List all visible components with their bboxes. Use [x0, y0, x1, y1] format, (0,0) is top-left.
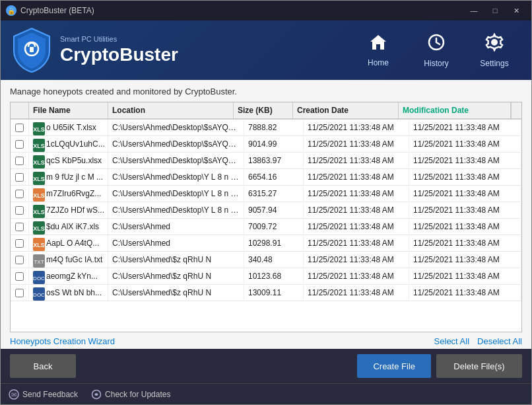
- svg-text:XLS: XLS: [33, 159, 45, 166]
- row-checkbox-cell[interactable]: [11, 286, 29, 300]
- file-type-icon: XLS: [33, 122, 44, 133]
- row-checkbox-cell[interactable]: [11, 253, 29, 267]
- row-creation-date: 11/25/2021 11:33:48 AM: [304, 170, 409, 184]
- feedback-label: Send Feedback: [22, 390, 78, 399]
- row-checkbox[interactable]: [15, 140, 24, 149]
- wizard-link[interactable]: Honeypots Creation Wizard: [10, 336, 115, 346]
- row-location: C:\Users\Ahmed\$z qRhU N: [108, 269, 244, 283]
- row-checkbox[interactable]: [15, 124, 24, 132]
- file-type-icon: DOC: [33, 271, 44, 281]
- svg-text:DOC: DOC: [33, 292, 45, 298]
- content-area: Manage honeypots created and monitored b…: [1, 80, 531, 349]
- table-row: TXT m4Q fuGc IA.txt C:\Users\Ahmed\$z qR…: [11, 252, 521, 268]
- row-checkbox-cell[interactable]: [11, 137, 29, 151]
- svg-text:XLS: XLS: [33, 242, 45, 248]
- row-size: 6654.16: [244, 170, 304, 184]
- row-checkbox[interactable]: [15, 223, 24, 231]
- row-checkbox[interactable]: [15, 256, 24, 264]
- row-checkbox[interactable]: [15, 157, 24, 165]
- nav-buttons: Home History Settings: [352, 27, 521, 73]
- row-filename: XLS 7ZJZo HDf wS...: [29, 202, 108, 218]
- row-checkbox[interactable]: [15, 173, 24, 182]
- row-checkbox[interactable]: [15, 239, 24, 248]
- app-icon: 🔒: [6, 5, 17, 16]
- home-icon: [369, 34, 387, 55]
- row-filename: DOC osS Wt bN bh...: [29, 285, 108, 301]
- row-location: C:\Users\Ahmed\$z qRhU N: [108, 285, 244, 300]
- nav-home-label: Home: [368, 58, 389, 67]
- row-location: C:\Users\Ahmed\Desktop\$sAYQRY E: [108, 137, 244, 151]
- maximize-button[interactable]: □: [485, 4, 505, 17]
- bottom-bar: ✉ Send Feedback Check for Updates: [1, 383, 531, 404]
- row-location: C:\Users\Ahmed: [108, 236, 244, 250]
- close-button[interactable]: ✕: [506, 4, 526, 17]
- row-filename: DOC aeomgZ kYn...: [29, 268, 108, 284]
- table-row: XLS 1cLQqUv1uhC... C:\Users\Ahmed\Deskto…: [11, 136, 521, 153]
- row-checkbox-cell[interactable]: [11, 154, 29, 168]
- row-checkbox[interactable]: [15, 206, 24, 215]
- row-checkbox[interactable]: [15, 190, 24, 198]
- file-type-icon: XLS: [33, 139, 44, 149]
- check-updates-link[interactable]: Check for Updates: [91, 389, 170, 400]
- minimize-button[interactable]: —: [464, 4, 484, 17]
- svg-text:XLS: XLS: [33, 126, 45, 133]
- row-checkbox[interactable]: [15, 289, 24, 297]
- svg-text:TXT: TXT: [34, 259, 44, 265]
- send-feedback-link[interactable]: ✉ Send Feedback: [9, 389, 78, 400]
- table-row: XLS m7ZIru6RvgZ... C:\Users\Ahmed\Deskto…: [11, 186, 521, 202]
- table-header: File Name Location Size (KB) Creation Da…: [11, 102, 521, 120]
- delete-files-button[interactable]: Delete File(s): [436, 354, 522, 378]
- row-checkbox-cell[interactable]: [11, 170, 29, 184]
- col-creation: Creation Date: [293, 102, 399, 118]
- row-checkbox-cell[interactable]: [11, 203, 29, 217]
- table-row: XLS 7ZJZo HDf wS... C:\Users\Ahmed\Deskt…: [11, 202, 521, 219]
- row-mod-date: 11/25/2021 11:33:48 AM: [409, 120, 521, 135]
- row-filename: XLS m 9 fUz jl c M ...: [29, 169, 108, 185]
- logo-title: CryptoBuster: [60, 44, 178, 65]
- row-checkbox[interactable]: [15, 272, 24, 281]
- row-mod-date: 11/25/2021 11:33:48 AM: [409, 153, 521, 168]
- create-file-button[interactable]: Create File: [357, 354, 431, 378]
- table-body[interactable]: XLS o U65iK T.xlsx C:\Users\Ahmed\Deskto…: [11, 120, 521, 332]
- table-row: XLS o U65iK T.xlsx C:\Users\Ahmed\Deskto…: [11, 120, 521, 136]
- file-table: File Name Location Size (KB) Creation Da…: [10, 102, 522, 332]
- table-row: XLS AapL O A4tQ... C:\Users\Ahmed 10298.…: [11, 235, 521, 252]
- select-all-link[interactable]: Select All: [434, 336, 469, 346]
- file-type-icon: XLS: [33, 221, 44, 232]
- row-creation-date: 11/25/2021 11:33:48 AM: [304, 137, 409, 151]
- settings-icon: [485, 33, 504, 56]
- row-filename: XLS $du AlX iK7.xls: [29, 219, 108, 235]
- row-size: 7888.82: [244, 120, 304, 135]
- nav-home-button[interactable]: Home: [352, 27, 405, 73]
- row-mod-date: 11/25/2021 11:33:48 AM: [409, 203, 521, 217]
- row-size: 10123.68: [244, 269, 304, 283]
- row-checkbox-cell[interactable]: [11, 237, 29, 250]
- row-location: C:\Users\Ahmed\Desktop\Y L 8 n OX9T...: [108, 203, 244, 217]
- nav-history-label: History: [424, 59, 448, 68]
- logo-shield: [11, 27, 52, 73]
- table-row: DOC osS Wt bN bh... C:\Users\Ahmed\$z qR…: [11, 285, 521, 301]
- row-size: 9057.94: [244, 203, 304, 217]
- col-location: Location: [108, 102, 234, 118]
- logo-subtitle: Smart PC Utilities: [60, 35, 178, 43]
- deselect-all-link[interactable]: Deselect All: [477, 336, 522, 346]
- row-checkbox-cell[interactable]: [11, 121, 29, 135]
- feedback-icon: ✉: [9, 389, 19, 400]
- logo-text: Smart PC Utilities CryptoBuster: [60, 35, 178, 65]
- window-controls: — □ ✕: [464, 4, 526, 17]
- svg-text:XLS: XLS: [33, 225, 45, 232]
- file-type-icon: XLS: [33, 172, 44, 182]
- back-button[interactable]: Back: [10, 354, 76, 378]
- row-size: 340.48: [244, 252, 304, 267]
- row-mod-date: 11/25/2021 11:33:48 AM: [409, 219, 521, 234]
- nav-settings-button[interactable]: Settings: [468, 27, 521, 73]
- nav-history-button[interactable]: History: [410, 27, 463, 73]
- logo-area: Smart PC Utilities CryptoBuster: [11, 27, 352, 73]
- row-size: 9014.99: [244, 137, 304, 151]
- row-checkbox-cell[interactable]: [11, 270, 29, 283]
- row-checkbox-cell[interactable]: [11, 220, 29, 234]
- row-checkbox-cell[interactable]: [11, 187, 29, 201]
- title-bar: 🔒 CryptoBuster (BETA) — □ ✕: [1, 1, 531, 20]
- row-size: 7009.72: [244, 219, 304, 234]
- row-mod-date: 11/25/2021 11:33:48 AM: [409, 269, 521, 283]
